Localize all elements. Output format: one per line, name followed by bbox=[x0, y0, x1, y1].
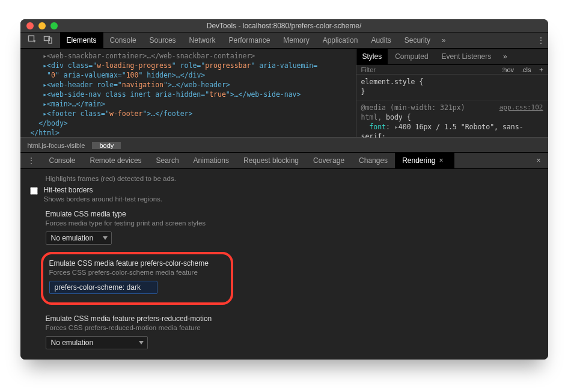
dom-line[interactable]: ▸<main>…</main> bbox=[26, 99, 356, 109]
styles-filter-row: Filter :hov .cls ＋ bbox=[356, 65, 548, 75]
toggle-hover-button[interactable]: :hov bbox=[498, 66, 518, 73]
dom-line[interactable]: </html> bbox=[26, 128, 356, 137]
tab-audits[interactable]: Audits bbox=[364, 32, 397, 49]
main-tabstrip: Elements Console Sources Network Perform… bbox=[20, 32, 548, 49]
styles-pane: Styles Computed Event Listeners » Filter… bbox=[356, 49, 548, 137]
pcs-select[interactable]: prefers-color-scheme: dark bbox=[49, 281, 157, 294]
style-rule-elementstyle[interactable]: element.style { } bbox=[356, 75, 548, 100]
drawer-tab-animations[interactable]: Animations bbox=[186, 152, 236, 169]
tab-network[interactable]: Network bbox=[183, 32, 222, 49]
prm-select[interactable]: No emulation bbox=[46, 336, 148, 349]
dom-line[interactable]: "0" aria-valuemax="100" hidden>…</div> bbox=[26, 70, 356, 80]
devtools-menu-button[interactable]: ⋮ bbox=[534, 35, 548, 45]
styles-tabs-overflow[interactable]: » bbox=[498, 52, 512, 61]
prm-title: Emulate CSS media feature prefers-reduce… bbox=[46, 314, 548, 323]
device-toggle-icon[interactable] bbox=[43, 35, 53, 46]
source-link[interactable]: app.css:102 bbox=[499, 103, 543, 112]
toggle-class-button[interactable]: .cls bbox=[518, 66, 535, 73]
styles-tabstrip: Styles Computed Event Listeners » bbox=[356, 49, 548, 65]
tab-memory[interactable]: Memory bbox=[276, 32, 316, 49]
dom-line[interactable]: ▸<div class="w-loading-progress" role="p… bbox=[26, 61, 356, 70]
rendering-panel: Highlights frames (red) detected to be a… bbox=[20, 169, 548, 360]
styles-tab-styles[interactable]: Styles bbox=[356, 49, 388, 65]
close-drawer-button[interactable]: × bbox=[529, 156, 548, 165]
new-style-rule-button[interactable]: ＋ bbox=[535, 65, 548, 74]
drawer-tab-coverage[interactable]: Coverage bbox=[306, 152, 352, 169]
breadcrumb-html[interactable]: html.js-focus-visible bbox=[20, 142, 93, 149]
tab-elements[interactable]: Elements bbox=[60, 32, 103, 49]
media-type-sub: Forces media type for testing print and … bbox=[46, 219, 548, 227]
drawer-tab-changes[interactable]: Changes bbox=[352, 152, 395, 169]
hit-test-sub: Shows borders around hit-test regions. bbox=[44, 195, 163, 203]
styles-filter-input[interactable]: Filter bbox=[356, 66, 498, 73]
tab-application[interactable]: Application bbox=[316, 32, 365, 49]
hint-ads: Highlights frames (red) detected to be a… bbox=[46, 175, 548, 182]
pcs-title: Emulate CSS media feature prefers-color-… bbox=[49, 259, 225, 268]
close-tab-button[interactable]: × bbox=[436, 156, 447, 165]
drawer-menu-button[interactable]: ⋮ bbox=[20, 156, 42, 165]
drawer-tab-search[interactable]: Search bbox=[149, 152, 186, 169]
svg-rect-0 bbox=[28, 35, 34, 41]
hit-test-checkbox[interactable] bbox=[30, 187, 38, 195]
drawer-tabstrip: ⋮ Console Remote devices Search Animatio… bbox=[20, 152, 548, 169]
tab-console[interactable]: Console bbox=[103, 32, 143, 49]
hit-test-title: Hit-test borders bbox=[44, 186, 163, 194]
tab-performance[interactable]: Performance bbox=[222, 32, 277, 49]
elements-split: ▸<web-snackbar-container>…</web-snackbar… bbox=[20, 49, 548, 138]
styles-tab-computed[interactable]: Computed bbox=[389, 49, 434, 65]
dom-line[interactable]: ▸<web-snackbar-container>…</web-snackbar… bbox=[26, 51, 356, 61]
drawer-tab-remote-devices[interactable]: Remote devices bbox=[83, 152, 149, 169]
drawer-tab-rendering[interactable]: Rendering × bbox=[395, 152, 454, 169]
media-type-select[interactable]: No emulation bbox=[46, 231, 112, 245]
styles-tab-event-listeners[interactable]: Event Listeners bbox=[436, 49, 498, 65]
dom-line[interactable]: </body> bbox=[26, 118, 356, 128]
tabs-overflow-button[interactable]: » bbox=[437, 36, 450, 44]
breadcrumb: html.js-focus-visible body bbox=[20, 138, 548, 152]
breadcrumb-body[interactable]: body bbox=[92, 142, 121, 149]
highlight-prefers-color-scheme: Emulate CSS media feature prefers-color-… bbox=[41, 252, 233, 305]
dom-line[interactable]: ▸<footer class="w-footer">…</footer> bbox=[26, 109, 356, 118]
pcs-sub: Forces CSS prefers-color-scheme media fe… bbox=[49, 269, 225, 276]
devtools-window: DevTools - localhost:8080/prefers-color-… bbox=[20, 19, 548, 360]
media-type-title: Emulate CSS media type bbox=[46, 210, 548, 218]
tab-security[interactable]: Security bbox=[398, 32, 437, 49]
dom-line[interactable]: ▸<web-side-nav class inert aria-hidden="… bbox=[26, 90, 356, 99]
drawer-tab-request-blocking[interactable]: Request blocking bbox=[236, 152, 306, 169]
prm-sub: Forces CSS prefers-reduced-motion media … bbox=[46, 324, 548, 331]
inspect-icon[interactable] bbox=[28, 35, 37, 46]
dom-line[interactable]: ▸<web-header role="navigation">…</web-he… bbox=[26, 80, 356, 90]
drawer-tab-console[interactable]: Console bbox=[42, 152, 83, 169]
window-title: DevTools - localhost:8080/prefers-color-… bbox=[20, 22, 548, 30]
titlebar: DevTools - localhost:8080/prefers-color-… bbox=[20, 19, 548, 32]
dom-tree[interactable]: ▸<web-snackbar-container>…</web-snackbar… bbox=[20, 49, 356, 137]
tab-sources[interactable]: Sources bbox=[143, 32, 183, 49]
